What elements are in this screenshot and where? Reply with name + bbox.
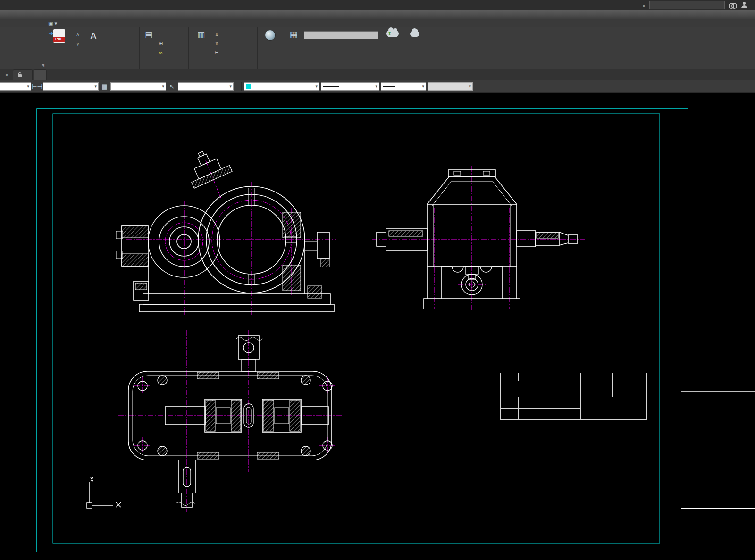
drawing-area[interactable] (0, 92, 755, 560)
technical-requirements (372, 336, 498, 338)
file-tab-bar: ✕ (0, 69, 755, 80)
hyperlink-icon: ∞ (158, 50, 164, 56)
panel-launcher-icon[interactable]: ◥ (42, 63, 44, 67)
extract-data-icon: ⊟ (213, 50, 220, 56)
data-link-button[interactable]: ▥ (189, 29, 213, 57)
search-binoculars-icon[interactable] (729, 2, 737, 8)
table-style-icon[interactable]: ▦ (100, 82, 109, 91)
overflow-close-icon[interactable]: ✕ (0, 72, 13, 80)
file-tab-reducer[interactable] (34, 69, 47, 80)
bom-table-right (500, 373, 647, 420)
plot-style-combo: ▾ (428, 82, 473, 91)
chevron-right-icon: ▸ (643, 3, 646, 8)
ribbon-panel-pointcloud: ↥ (380, 27, 426, 69)
table-style-combo[interactable]: ▾ (110, 82, 166, 91)
combine-text-icon: A (88, 30, 99, 42)
menu-bar (0, 10, 755, 19)
recap-button[interactable]: ↥ (380, 30, 405, 39)
linetype-sample-icon (323, 86, 339, 87)
autodesk-seek-search-input[interactable] (304, 31, 378, 39)
file-tab-garage[interactable] (13, 69, 33, 80)
recognition-settings-button[interactable]: ʸ (75, 41, 83, 49)
multileader-style-combo[interactable]: ▾ (178, 82, 234, 91)
design-center-icon: ▦ (288, 29, 299, 40)
dim-style-combo[interactable]: ▾ (43, 82, 99, 91)
ribbon: ◥ ➜PDF ᴬ ʸ A (0, 27, 755, 69)
ribbon-panel-clipped: ◥ (0, 27, 46, 69)
user-avatar-icon[interactable] (741, 2, 747, 8)
update-field-icon: ≔ (158, 32, 164, 38)
ribbon-panel-data: ▤ ≔ ⊞ ∞ (140, 27, 189, 69)
recap-cloud-icon: ↥ (386, 30, 399, 37)
ribbon-panel-import: ➜PDF ᴬ ʸ A (46, 27, 140, 69)
data-link-icon: ▥ (196, 29, 206, 40)
text-style-combo[interactable]: ▾ (0, 82, 31, 91)
combine-text-button[interactable]: A (83, 29, 104, 49)
ribbon-tab-bar: ▣ ▾ (0, 19, 755, 27)
field-button[interactable]: ▤ (140, 29, 158, 57)
ole-object-button[interactable]: ⊞ (158, 40, 166, 48)
ole-object-icon: ⊞ (158, 41, 164, 47)
lineweight-sample-icon (383, 86, 395, 87)
bom-header-row (501, 373, 647, 381)
centerlines (118, 160, 585, 512)
shx-text-icon: ᴬ (75, 32, 81, 38)
download-from-source-button[interactable]: ⇓ (213, 31, 222, 39)
ribbon-display-options-icon[interactable]: ▣ ▾ (45, 20, 60, 26)
field-icon: ▤ (143, 29, 154, 40)
attach-cloud-icon (410, 31, 419, 37)
ribbon-panel-linking: ▥ ⇓ ⇑ ⊟ (189, 27, 258, 69)
ribbon-panel-content: ▦ (283, 27, 380, 69)
ucs-icon (87, 477, 121, 508)
globe-icon (265, 30, 276, 41)
dim-style-icon[interactable]: ⊢⊣ (33, 82, 42, 91)
multileader-style-icon[interactable]: ↖ (168, 82, 176, 91)
color-swatch-icon (246, 84, 251, 89)
upload-icon: ⇑ (213, 41, 220, 47)
object-color-combo[interactable]: ▾ (244, 82, 319, 91)
extract-data-button[interactable]: ⊟ (213, 49, 222, 57)
upload-to-source-button[interactable]: ⇑ (213, 40, 222, 48)
design-center-button[interactable]: ▦ (283, 29, 304, 42)
toolbar: ▾ ⊢⊣ ▾ ▦ ▾ ↖ ▾ ▾ ▾ ▾ ▾ (0, 80, 755, 93)
sheet-frame (37, 109, 688, 552)
title-block-row (501, 397, 647, 409)
help-search-input[interactable] (649, 1, 725, 9)
lineweight-combo[interactable]: ▾ (381, 82, 426, 91)
drawing-title (501, 381, 563, 397)
update-field-button[interactable]: ≔ (158, 31, 166, 39)
download-icon: ⇓ (213, 32, 220, 38)
settings-icon: ʸ (75, 42, 81, 48)
pdf-import-button[interactable]: ➜PDF (46, 29, 72, 49)
ribbon-panel-location (258, 27, 283, 69)
lock-icon (18, 74, 22, 77)
edge-marks (681, 392, 755, 509)
set-location-button[interactable] (258, 27, 283, 42)
front-view (116, 144, 334, 312)
pdf-icon: ➜PDF (53, 29, 65, 43)
linetype-combo[interactable]: ▾ (321, 82, 379, 91)
hyperlink-button[interactable]: ∞ (158, 49, 166, 57)
recognize-shx-button[interactable]: ᴬ (75, 31, 83, 39)
title-bar: ▸ (0, 0, 755, 10)
plan-view (128, 336, 332, 507)
attach-button[interactable] (407, 30, 423, 39)
title-block-row (501, 381, 647, 389)
drawing-canvas[interactable] (0, 92, 755, 560)
